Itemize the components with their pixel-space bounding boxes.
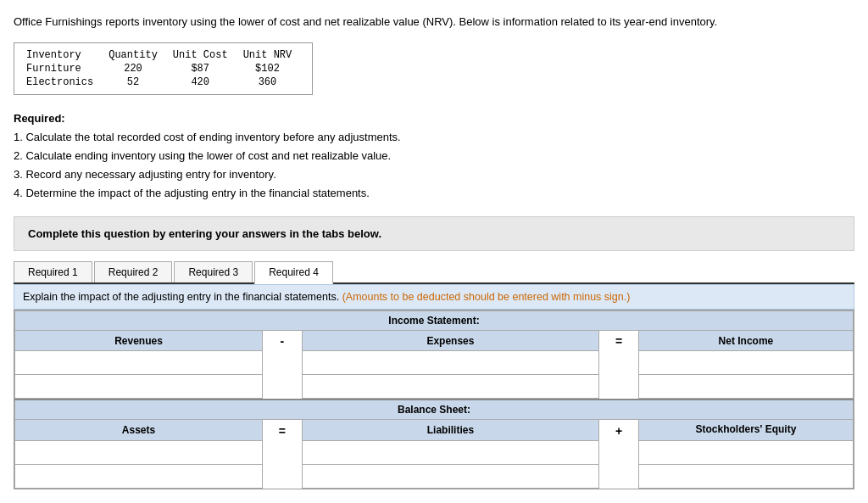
col-header-quantity: Quantity xyxy=(105,48,170,62)
netincome-input-2[interactable] xyxy=(644,378,848,394)
op-spacer-4 xyxy=(599,375,639,399)
tabs-row: Required 1 Required 2 Required 3 Require… xyxy=(14,261,854,284)
liabilities-input-cell-1[interactable] xyxy=(302,441,598,465)
table-row: Electronics 52 420 360 xyxy=(23,75,303,89)
expenses-input-cell-1[interactable] xyxy=(302,351,598,375)
equity-header: Stockholders' Equity xyxy=(638,420,853,441)
income-statement-title: Income Statement: xyxy=(15,310,854,330)
tab-required-2[interactable]: Required 2 xyxy=(94,261,173,282)
revenues-input-cell-2[interactable] xyxy=(15,375,263,399)
col-header-unit-cost: Unit Cost xyxy=(170,48,240,62)
intro-paragraph: Office Furnishings reports inventory usi… xyxy=(14,14,854,31)
required-item-2: 2. Calculate ending inventory using the … xyxy=(14,149,391,162)
minus-operator: - xyxy=(263,330,303,351)
equity-input-1[interactable] xyxy=(644,444,848,461)
bs-op-spacer-2 xyxy=(599,441,639,465)
balance-sheet-title: Balance Sheet: xyxy=(15,400,854,420)
required-section: Required: 1. Calculate the total recorde… xyxy=(14,109,854,203)
financial-tables: Income Statement: Revenues - Expenses = … xyxy=(14,310,854,489)
tab-required-1[interactable]: Required 1 xyxy=(14,261,92,282)
assets-input-2[interactable] xyxy=(20,468,257,484)
assets-input-cell-2[interactable] xyxy=(15,465,263,489)
expenses-input-2[interactable] xyxy=(308,378,593,394)
op-spacer-2 xyxy=(599,351,639,375)
bs-op-spacer-3 xyxy=(263,465,303,489)
op-spacer-3 xyxy=(263,375,303,399)
revenues-input-1[interactable] xyxy=(20,355,257,371)
balance-sheet-table: Balance Sheet: Assets = Liabilities + St… xyxy=(14,399,854,489)
liabilities-input-1[interactable] xyxy=(308,444,593,461)
expenses-header: Expenses xyxy=(302,330,598,351)
netincome-input-cell-1[interactable] xyxy=(638,351,853,375)
income-statement-table: Income Statement: Revenues - Expenses = … xyxy=(14,310,854,400)
equity-input-cell-1[interactable] xyxy=(638,441,853,465)
equity-input-cell-2[interactable] xyxy=(638,465,853,489)
explain-note: (Amounts to be deducted should be entere… xyxy=(342,291,631,303)
complete-box-text: Complete this question by entering your … xyxy=(28,227,381,240)
revenues-input-cell-1[interactable] xyxy=(15,351,263,375)
bs-op-spacer-4 xyxy=(599,465,639,489)
netincome-input-1[interactable] xyxy=(644,355,848,371)
op-spacer-1 xyxy=(263,351,303,375)
complete-box: Complete this question by entering your … xyxy=(14,216,854,251)
tab-required-3[interactable]: Required 3 xyxy=(174,261,253,282)
explain-main: Explain the impact of the adjusting entr… xyxy=(23,291,339,303)
equals-operator: = xyxy=(599,330,639,351)
income-data-row-2 xyxy=(15,375,854,399)
assets-input-cell-1[interactable] xyxy=(15,441,263,465)
netincome-input-cell-2[interactable] xyxy=(638,375,853,399)
expenses-input-1[interactable] xyxy=(308,355,593,371)
liabilities-header: Liabilities xyxy=(302,420,598,441)
equals-operator-bs: = xyxy=(263,420,303,441)
assets-input-1[interactable] xyxy=(20,444,257,461)
assets-header: Assets xyxy=(15,420,263,441)
col-header-unit-nrv: Unit NRV xyxy=(240,48,304,62)
bs-op-spacer-1 xyxy=(263,441,303,465)
liabilities-input-2[interactable] xyxy=(308,468,593,484)
inventory-table: Inventory Quantity Unit Cost Unit NRV Fu… xyxy=(14,42,313,95)
equity-input-2[interactable] xyxy=(644,468,848,484)
net-income-header: Net Income xyxy=(638,330,853,351)
liabilities-input-cell-2[interactable] xyxy=(302,465,598,489)
revenues-input-2[interactable] xyxy=(20,378,257,394)
col-header-inventory: Inventory xyxy=(23,48,105,62)
plus-operator: + xyxy=(599,420,639,441)
required-item-1: 1. Calculate the total recorded cost of … xyxy=(14,131,401,143)
balance-data-row-1 xyxy=(15,441,854,465)
table-row: Furniture 220 $87 $102 xyxy=(23,62,303,75)
balance-data-row-2 xyxy=(15,465,854,489)
required-title: Required: xyxy=(14,112,65,125)
expenses-input-cell-2[interactable] xyxy=(302,375,598,399)
revenues-header: Revenues xyxy=(15,330,263,351)
explain-bar: Explain the impact of the adjusting entr… xyxy=(14,284,854,310)
tab-required-4[interactable]: Required 4 xyxy=(254,261,333,284)
required-item-3: 3. Record any necessary adjusting entry … xyxy=(14,168,276,181)
income-data-row-1 xyxy=(15,351,854,375)
required-item-4: 4. Determine the impact of the adjusting… xyxy=(14,187,370,199)
